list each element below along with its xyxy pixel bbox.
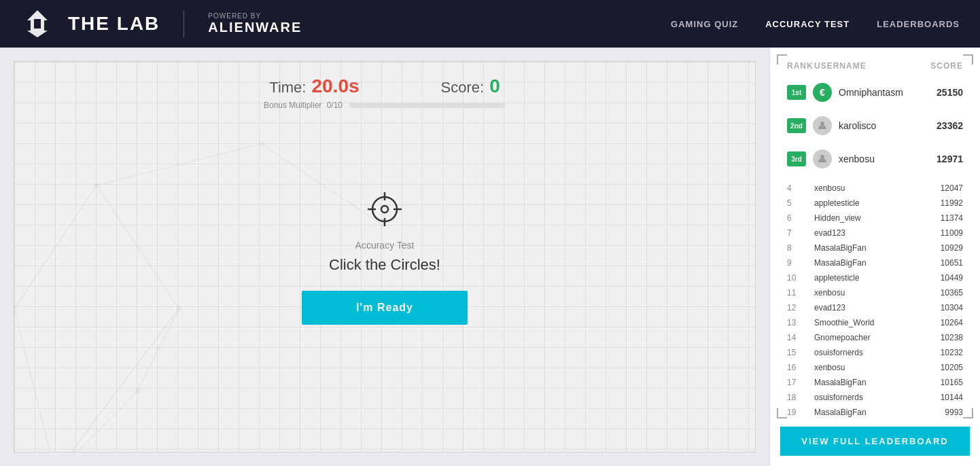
svg-point-14 (135, 389, 140, 393)
avatar-1: € (813, 83, 832, 102)
top-3-list: 1st € Omniphantasm 25150 2nd karolisco 2… (780, 77, 970, 174)
lb-list: 4 xenbosu 12047 5 appletesticle 11992 6 … (780, 181, 970, 420)
score-label: Score: (441, 79, 485, 96)
lb-rank-12: 12 (787, 303, 814, 312)
svg-line-9 (14, 308, 56, 452)
lb-rank-6: 6 (787, 213, 814, 223)
svg-line-6 (56, 391, 138, 452)
lb-score-18: 10144 (909, 393, 963, 402)
ready-button[interactable]: I'm Ready (302, 291, 468, 325)
logo-divider (183, 10, 184, 37)
lb-score-4: 12047 (909, 183, 963, 193)
header: THE LAB POWERED BY ALIENWARE GAMING QUIZ… (0, 0, 980, 48)
lb-rank-5: 5 (787, 198, 814, 208)
lb-score-13: 10264 (909, 318, 963, 327)
lb-rank-10: 10 (787, 273, 814, 283)
nav-accuracy-test[interactable]: ACCURACY TEST (765, 19, 850, 29)
stats-overlay: Time: 20.0s Score: 0 Bonus Multiplier 0/… (14, 62, 755, 110)
nav-leaderboards[interactable]: LEADERBOARDS (877, 19, 960, 29)
lb-rank-19: 19 (787, 408, 814, 417)
top2-username: karolisco (839, 120, 930, 131)
leaderboard-top1: 1st € Omniphantasm 25150 (780, 77, 970, 107)
lb-score-11: 10365 (909, 288, 963, 298)
lb-username-12: evad123 (814, 303, 909, 312)
lb-score-7: 11009 (909, 228, 963, 238)
time-value: 20.0s (311, 75, 359, 97)
lb-rank-header: Rank (787, 61, 814, 71)
lb-row-7: 7 evad123 11009 (780, 226, 970, 240)
lb-row-8: 8 MasalaBigFan 10929 (780, 240, 970, 255)
rank-badge-1: 1st (787, 85, 806, 100)
powered-by-text: POWERED BY (208, 12, 302, 20)
lb-score-15: 10232 (909, 348, 963, 357)
header-left: THE LAB POWERED BY ALIENWARE (20, 7, 302, 41)
lb-username-18: osuisfornerds (814, 393, 909, 402)
top2-score: 23362 (937, 120, 963, 131)
lb-rank-8: 8 (787, 243, 814, 253)
corner-br (963, 408, 973, 418)
bonus-label: Bonus Multiplier 0/10 (264, 101, 343, 110)
lb-row-15: 15 osuisfornerds 10232 (780, 345, 970, 360)
view-full-leaderboard-button[interactable]: VIEW FULL LEADERBOARD (780, 427, 970, 456)
lb-score-6: 11374 (909, 213, 963, 223)
lb-rank-7: 7 (787, 228, 814, 238)
lb-score-14: 10238 (909, 333, 963, 342)
bonus-row: Bonus Multiplier 0/10 (14, 101, 755, 110)
lb-row-18: 18 osuisfornerds 10144 (780, 390, 970, 405)
lb-username-17: MasalaBigFan (814, 378, 909, 387)
center-content: Accuracy Test Click the Circles! I'm Rea… (302, 189, 468, 325)
score-value: 0 (489, 75, 500, 97)
lb-rank-16: 16 (787, 363, 814, 372)
svg-line-2 (56, 308, 179, 452)
svg-point-16 (381, 206, 388, 213)
svg-point-12 (259, 141, 264, 146)
svg-point-15 (372, 197, 397, 221)
lb-row-10: 10 appletesticle 10449 (780, 270, 970, 285)
lb-header: Rank Username Score (780, 58, 970, 77)
powered-by-container: POWERED BY ALIENWARE (208, 12, 302, 35)
lb-username-4: xenbosu (814, 183, 909, 193)
lb-username-16: xenbosu (814, 363, 909, 372)
leaderboard-top2: 2nd karolisco 23362 (780, 111, 970, 141)
lb-row-14: 14 Gnomepoacher 10238 (780, 330, 970, 345)
lb-score-9: 10651 (909, 258, 963, 268)
score-stat: Score: 0 (441, 75, 500, 97)
lb-row-9: 9 MasalaBigFan 10651 (780, 255, 970, 270)
main-nav: GAMING QUIZ ACCURACY TEST LEADERBOARDS (671, 19, 960, 29)
lb-username-13: Smoothie_World (814, 318, 909, 327)
lb-score-10: 10449 (909, 273, 963, 283)
sidebar-leaderboard: Rank Username Score 1st € Omniphantasm 2… (769, 48, 980, 466)
top1-username: Omniphantasm (839, 87, 930, 98)
lb-score-12: 10304 (909, 303, 963, 312)
top3-username: xenbosu (839, 154, 930, 164)
main-content: Time: 20.0s Score: 0 Bonus Multiplier 0/… (0, 48, 980, 466)
corner-tl (777, 54, 787, 65)
lb-score-17: 10165 (909, 378, 963, 387)
bonus-bar (349, 103, 506, 108)
lb-row-12: 12 evad123 10304 (780, 300, 970, 315)
game-canvas[interactable]: Time: 20.0s Score: 0 Bonus Multiplier 0/… (14, 61, 756, 452)
click-circles-text: Click the Circles! (302, 256, 468, 274)
lb-username-15: osuisfornerds (814, 348, 909, 357)
lb-rank-17: 17 (787, 378, 814, 387)
nav-gaming-quiz[interactable]: GAMING QUIZ (671, 19, 738, 29)
corner-tr (963, 54, 973, 65)
avatar-2 (813, 116, 832, 135)
lb-score-5: 11992 (909, 198, 963, 208)
lb-username-19: MasalaBigFan (814, 408, 909, 417)
svg-line-4 (97, 144, 261, 185)
lb-rank-13: 13 (787, 318, 814, 327)
lb-rank-14: 14 (787, 333, 814, 342)
lb-score-19: 9993 (909, 408, 963, 417)
lb-username-7: evad123 (814, 228, 909, 238)
lab-logo-icon (20, 7, 54, 41)
svg-point-10 (177, 306, 181, 311)
alienware-logo-text: ALIENWARE (208, 20, 302, 35)
accuracy-test-label: Accuracy Test (302, 240, 468, 251)
corner-bl (777, 408, 787, 418)
lb-row-17: 17 MasalaBigFan 10165 (780, 375, 970, 390)
lb-row-11: 11 xenbosu 10365 (780, 285, 970, 300)
svg-line-8 (14, 185, 97, 309)
lb-score-16: 10205 (909, 363, 963, 372)
lb-username-5: appletesticle (814, 198, 909, 208)
